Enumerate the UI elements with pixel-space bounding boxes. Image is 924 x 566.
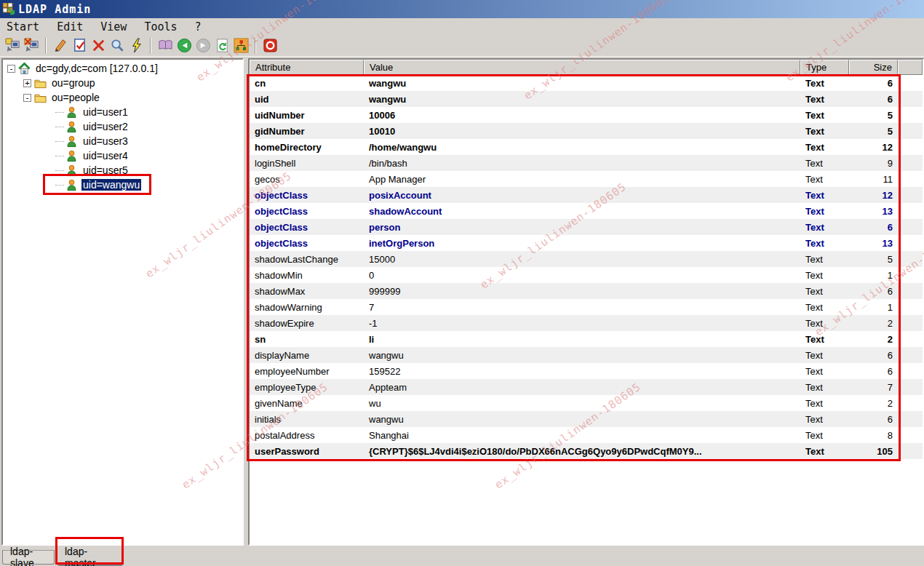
- attribute-table-body: cnwangwuText6uidwangwuText6uidNumber1000…: [250, 75, 923, 459]
- table-row-objectClass-7[interactable]: objectClassposixAccountText12: [250, 187, 923, 203]
- tree-item-label: uid=user3: [81, 135, 130, 147]
- column-header-attribute[interactable]: Attribute: [250, 60, 364, 75]
- cell-size: 12: [849, 142, 898, 153]
- cell-value: 10006: [364, 110, 800, 121]
- table-row-employeeNumber-18[interactable]: employeeNumber159522Text6: [250, 363, 923, 379]
- cell-attr: shadowExpire: [250, 318, 364, 329]
- table-row-gecos-6[interactable]: gecosApp ManagerText11: [250, 171, 923, 187]
- menu-bar: StartEditViewTools?: [0, 18, 924, 35]
- tree-item-uid-user3[interactable]: uid=user3: [3, 134, 242, 148]
- table-row-objectClass-8[interactable]: objectClassshadowAccountText13: [250, 203, 923, 219]
- cell-type: Text: [800, 430, 849, 441]
- cell-type: Text: [800, 78, 849, 89]
- cell-type: Text: [800, 126, 849, 137]
- cell-attr: gidNumber: [250, 126, 364, 137]
- cell-size: 6: [849, 366, 898, 377]
- tree-item-label: dc=gdy,dc=com [127.0.0.1]: [34, 63, 159, 74]
- table-row-uid-1[interactable]: uidwangwuText6: [250, 91, 923, 107]
- tree-item-uid-user1[interactable]: uid=user1: [3, 105, 242, 119]
- cell-attr: shadowMax: [250, 286, 364, 297]
- cell-size: 6: [849, 94, 898, 105]
- tree-item-ou-people[interactable]: -ou=people: [3, 90, 242, 105]
- table-row-cn-0[interactable]: cnwangwuText6: [250, 75, 923, 91]
- menu-item-help[interactable]: ?: [188, 20, 208, 34]
- column-header-value[interactable]: Value: [364, 60, 800, 75]
- table-row-initials-21[interactable]: initialswangwuText6: [250, 411, 923, 427]
- cell-value: /home/wangwu: [364, 142, 800, 153]
- menu-item-edit[interactable]: Edit: [50, 20, 89, 34]
- person-icon: [65, 150, 78, 162]
- column-header-size[interactable]: Size: [849, 60, 898, 75]
- table-row-shadowLastChange-11[interactable]: shadowLastChange15000Text5: [250, 251, 923, 267]
- forward-icon[interactable]: [194, 37, 212, 55]
- cell-type: Text: [800, 206, 849, 217]
- table-row-displayName-17[interactable]: displayNamewangwuText6: [250, 347, 923, 363]
- cell-attr: givenName: [250, 398, 364, 409]
- delete-icon[interactable]: [89, 37, 107, 55]
- table-row-uidNumber-2[interactable]: uidNumber10006Text5: [250, 107, 923, 123]
- cell-type: Text: [800, 142, 849, 153]
- cell-size: 6: [849, 414, 898, 425]
- exit-icon[interactable]: [261, 37, 279, 55]
- table-row-gidNumber-3[interactable]: gidNumber10010Text5: [250, 123, 923, 139]
- tree-item-uid-user5[interactable]: uid=user5: [3, 163, 242, 178]
- search-icon[interactable]: [108, 37, 126, 55]
- table-row-givenName-20[interactable]: givenNamewuText2: [250, 395, 923, 411]
- menu-item-tools[interactable]: Tools: [138, 20, 183, 34]
- tree-item-uid-user2[interactable]: uid=user2: [3, 119, 242, 134]
- tree-item-label: uid=user5: [81, 164, 130, 176]
- cell-type: Text: [800, 286, 849, 297]
- lightning-icon[interactable]: [127, 37, 145, 55]
- table-row-objectClass-9[interactable]: objectClasspersonText6: [250, 219, 923, 235]
- cell-attr: cn: [250, 78, 364, 89]
- cell-value: wangwu: [364, 78, 800, 89]
- tree-item-ou-group[interactable]: +ou=group: [3, 76, 242, 90]
- table-row-shadowWarning-14[interactable]: shadowWarning7Text1: [250, 299, 923, 315]
- table-row-employeeType-19[interactable]: employeeTypeAppteamText7: [250, 379, 923, 395]
- tree-item-label: uid=user2: [81, 121, 130, 132]
- collapse-icon[interactable]: -: [23, 94, 31, 102]
- collapse-icon[interactable]: -: [7, 65, 15, 73]
- tab-ldap-master[interactable]: ldap-master: [57, 549, 122, 565]
- menu-item-start[interactable]: Start: [0, 20, 46, 34]
- cell-value: Appteam: [364, 382, 800, 393]
- table-row-shadowMin-12[interactable]: shadowMin0Text1: [250, 267, 923, 283]
- tree-item-uid-wangwu[interactable]: uid=wangwu: [3, 178, 242, 192]
- person-icon: [65, 121, 78, 133]
- cell-value: 159522: [364, 366, 800, 377]
- tree-view-icon[interactable]: [232, 37, 250, 55]
- server-disconnect-icon[interactable]: [23, 37, 40, 55]
- tab-ldap-slave[interactable]: ldap-slave: [2, 550, 55, 565]
- cell-type: Text: [800, 366, 849, 377]
- refresh-icon[interactable]: [213, 37, 231, 55]
- expand-icon[interactable]: +: [23, 79, 31, 87]
- title-bar[interactable]: LDAP Admin: [0, 0, 924, 18]
- menu-item-view[interactable]: View: [94, 20, 133, 34]
- table-row-shadowMax-13[interactable]: shadowMax999999Text6: [250, 283, 923, 299]
- back-icon[interactable]: [175, 37, 193, 55]
- ldap-admin-window: LDAP Admin StartEditViewTools? -dc=gdy,d…: [0, 0, 924, 566]
- table-row-homeDirectory-4[interactable]: homeDirectory/home/wangwuText12: [250, 139, 923, 155]
- cell-value: person: [364, 222, 800, 233]
- cell-type: Text: [800, 222, 849, 233]
- cell-attr: shadowMin: [250, 270, 364, 281]
- table-row-sn-16[interactable]: snliText2: [250, 331, 923, 347]
- doc-check-icon[interactable]: [71, 37, 88, 55]
- tree-connector: [55, 185, 64, 186]
- table-row-userPassword-23[interactable]: userPassword{CRYPT}$6$LJ4vdi4i$eziO180/d…: [250, 443, 923, 459]
- cell-value: /bin/bash: [364, 158, 800, 169]
- cell-size: 11: [849, 174, 898, 185]
- tree-item-uid-user4[interactable]: uid=user4: [3, 148, 242, 163]
- cell-attr: uidNumber: [250, 110, 364, 121]
- tree-item-dc-gdy-dc-com-127-0-0-1-[interactable]: -dc=gdy,dc=com [127.0.0.1]: [3, 61, 242, 76]
- table-row-loginShell-5[interactable]: loginShell/bin/bashText9: [250, 155, 923, 171]
- table-row-objectClass-10[interactable]: objectClassinetOrgPersonText13: [250, 235, 923, 251]
- server-connect-icon[interactable]: [4, 37, 21, 55]
- address-book-icon[interactable]: [156, 37, 174, 55]
- table-row-postalAddress-22[interactable]: postalAddressShanghaiText8: [250, 427, 923, 443]
- cell-size: 5: [849, 110, 898, 121]
- column-header-type[interactable]: Type: [800, 60, 849, 75]
- home-icon: [18, 63, 31, 75]
- table-row-shadowExpire-15[interactable]: shadowExpire-1Text2: [250, 315, 923, 331]
- edit-pencil-icon[interactable]: [52, 37, 69, 55]
